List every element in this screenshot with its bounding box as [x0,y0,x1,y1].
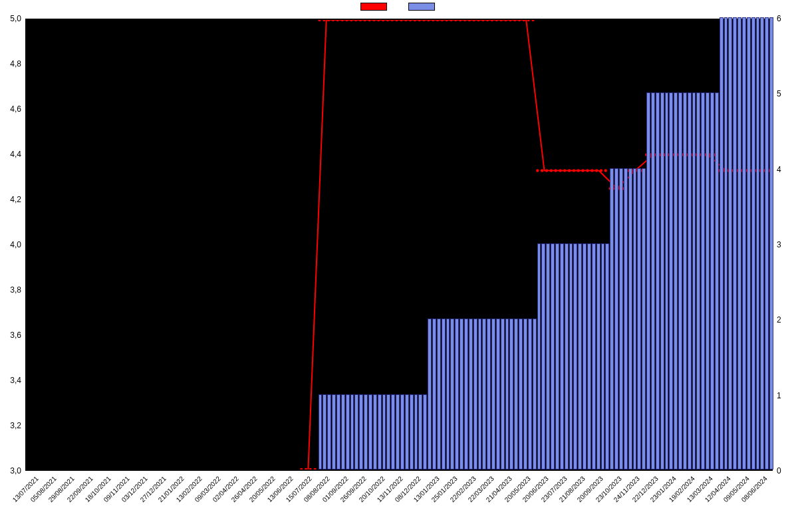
bar [674,92,678,469]
legend-item-line [360,3,390,13]
bar [637,168,641,469]
bar [473,319,477,469]
bar [696,92,700,469]
svg-point-36 [464,20,466,21]
bar [765,17,769,469]
bar [656,92,660,469]
y-right-tick: 4 [777,165,798,174]
bar [400,394,404,469]
plot-area [25,19,773,471]
bar [501,319,505,469]
legend [360,3,438,13]
bar [523,319,527,469]
svg-point-12 [354,20,357,21]
svg-point-9 [340,20,343,21]
y-left-tick: 5,0 [0,14,21,23]
svg-point-25 [414,20,416,21]
bar [432,319,436,469]
bar [560,243,564,469]
svg-point-34 [454,20,457,21]
bar [646,92,650,469]
legend-swatch-blue [408,3,435,11]
bar [701,92,705,469]
y-left-tick: 3,4 [0,376,21,385]
bar [378,394,382,469]
bar [546,243,550,469]
bar [747,17,751,469]
y-right-tick: 6 [777,14,798,23]
svg-point-49 [523,20,525,21]
svg-point-63 [586,169,589,172]
bar [565,243,569,469]
svg-point-27 [422,20,425,21]
bar [509,319,513,469]
y-right-tick: 3 [777,240,798,249]
svg-point-11 [350,20,352,21]
svg-point-28 [427,20,430,21]
svg-point-46 [509,20,511,21]
svg-point-51 [531,20,534,21]
bar [519,319,523,469]
svg-point-6 [327,20,330,21]
svg-point-54 [545,169,548,172]
svg-point-62 [581,169,584,172]
bar [583,243,587,469]
bar [354,394,358,469]
bar [533,319,537,469]
svg-point-29 [432,20,434,21]
y-right-tick: 2 [777,315,798,325]
svg-point-67 [604,169,607,172]
svg-point-43 [495,20,498,21]
bar [423,394,427,469]
bar [514,319,518,469]
svg-point-52 [536,169,539,172]
bar [573,243,577,469]
y-left-tick: 3,2 [0,421,21,430]
bar [410,394,414,469]
bar [710,92,714,469]
y-left-tick: 4,8 [0,59,21,68]
bar [760,17,764,469]
svg-point-0 [300,468,303,469]
svg-point-65 [595,169,598,172]
svg-point-2 [309,468,312,469]
svg-point-37 [468,20,471,21]
y-left-tick: 3,0 [0,466,21,475]
svg-point-20 [391,20,394,21]
bar [597,243,600,469]
bar [706,92,710,469]
bar [496,319,500,469]
bar [528,319,532,469]
bar [628,168,632,469]
bar [396,394,400,469]
bar [346,394,350,469]
bar [733,17,737,469]
bar [368,394,372,469]
bar [482,319,486,469]
bar [642,168,646,469]
svg-point-33 [450,20,452,21]
bar [382,394,386,469]
svg-point-61 [577,169,580,172]
bar [587,243,591,469]
svg-point-31 [441,20,444,21]
bar [505,319,509,469]
y-left-tick: 4,0 [0,240,21,249]
svg-point-21 [395,20,398,21]
bar [541,243,545,469]
bar [578,243,582,469]
bar [756,17,760,469]
bar [319,394,323,469]
legend-swatch-red [360,3,387,11]
bar [660,92,664,469]
svg-point-30 [436,20,439,21]
bar [669,92,673,469]
svg-point-60 [573,169,575,172]
bar [405,394,409,469]
bar [373,394,377,469]
bar [610,168,614,469]
bar [428,319,432,469]
svg-point-22 [400,20,402,21]
bar [551,243,555,469]
svg-point-66 [600,169,602,172]
